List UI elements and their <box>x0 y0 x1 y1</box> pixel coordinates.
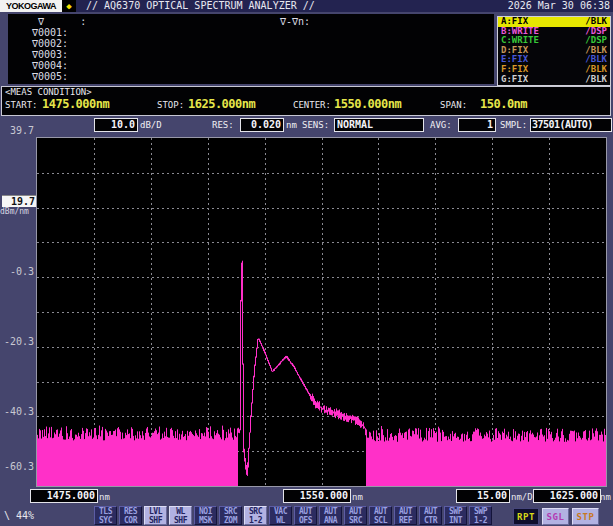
softkey-aut-ctr[interactable]: AUTCTR <box>419 506 442 525</box>
y-tick: -0.3 <box>0 267 34 277</box>
stop-label: STOP: <box>157 100 184 110</box>
res-unit: nm <box>286 120 297 130</box>
diamond-icon: ◆ <box>62 0 76 12</box>
progress-indicator: \ 44% <box>4 510 34 521</box>
start-value[interactable]: 1475.000nm <box>42 97 109 111</box>
smpl-label: SMPL: <box>500 120 527 130</box>
center-label: CENTER: <box>293 100 331 110</box>
span-value[interactable]: 150.0nm <box>480 97 527 111</box>
memory-slot: ∇0004: <box>32 60 68 71</box>
repeat-sweep-button[interactable]: RPT <box>513 508 539 525</box>
softkey-bar: TLSSYCRESCORLVLSHFWLSHFNOIMSKSRCZOMSRC1-… <box>94 506 514 526</box>
x-start-field[interactable]: 1475.000 <box>30 489 98 503</box>
x-center-unit: nm <box>352 492 363 502</box>
softkey-vac-wl[interactable]: VACWL <box>269 506 292 525</box>
softkey-aut-scl[interactable]: AUTSCL <box>369 506 392 525</box>
softkey-swp-1-2[interactable]: SWP1-2 <box>469 506 492 525</box>
level-scale-field[interactable]: 10.0 <box>94 118 138 132</box>
span-label: SPAN: <box>440 100 467 110</box>
meas-condition-band: <MEAS CONDITION> START: 1475.000nm STOP:… <box>1 86 611 116</box>
x-scale-unit: nm/D <box>511 492 533 502</box>
trace-display-status: /BLK <box>585 75 607 85</box>
ref-level-field[interactable]: 19.7 <box>2 195 36 207</box>
sens-label: SENS: <box>302 120 329 130</box>
x-scale-field[interactable]: 15.00 <box>456 489 510 503</box>
meas-condition-title: <MEAS CONDITION> <box>5 87 92 97</box>
x-center-field[interactable]: 1550.000 <box>283 489 351 503</box>
spectrum-plot[interactable] <box>36 137 607 487</box>
softkey-src-1-2[interactable]: SRC1-2 <box>244 506 267 525</box>
y-axis-unit: dBm/nm <box>0 207 29 216</box>
memory-slot: ∇0001: <box>32 27 68 38</box>
trace-status-row-g[interactable]: G:FIX/BLK <box>498 75 610 85</box>
softkey-src-zom[interactable]: SRCZOM <box>219 506 242 525</box>
datetime: 2026 Mar 30 06:38 <box>440 0 610 12</box>
memory-panel: ∇-∇n: ∇ :∇0001:∇0002:∇0003:∇0004:∇0005: <box>8 14 494 84</box>
softkey-aut-src[interactable]: AUTSRC <box>344 506 367 525</box>
y-tick-top: 39.7 <box>0 126 34 136</box>
softkey-wl-shf[interactable]: WLSHF <box>169 506 192 525</box>
res-field[interactable]: 0.020 <box>240 118 284 132</box>
sens-field[interactable]: NORMAL <box>334 118 424 132</box>
softkey-aut-ana[interactable]: AUTANA <box>319 506 342 525</box>
x-stop-field[interactable]: 1625.000 <box>533 489 601 503</box>
title-bar: YOKOGAWA ◆ // AQ6370 OPTICAL SPECTRUM AN… <box>0 0 613 12</box>
memory-slot: ∇ : <box>38 16 86 27</box>
stop-value[interactable]: 1625.000nm <box>188 97 255 111</box>
softkey-res-cor[interactable]: RESCOR <box>119 506 142 525</box>
math-header: ∇-∇n: <box>280 16 310 27</box>
softkey-noi-msk[interactable]: NOIMSK <box>194 506 217 525</box>
res-label: RES: <box>212 120 234 130</box>
start-label: START: <box>5 100 38 110</box>
softkey-swp-int[interactable]: SWPINT <box>444 506 467 525</box>
y-tick: -20.3 <box>0 337 34 347</box>
smpl-field[interactable]: 37501(AUTO) <box>530 118 612 132</box>
softkey-tls-syc[interactable]: TLSSYC <box>94 506 117 525</box>
memory-slot: ∇0003: <box>32 49 68 60</box>
memory-slot: ∇0002: <box>32 38 68 49</box>
single-sweep-button[interactable]: SGL <box>542 508 569 525</box>
osa-screen: YOKOGAWA ◆ // AQ6370 OPTICAL SPECTRUM AN… <box>0 0 613 526</box>
stop-sweep-button[interactable]: STP <box>572 508 599 525</box>
x-stop-unit: nm <box>600 492 611 502</box>
level-scale-unit: dB/D <box>140 120 162 130</box>
yokogawa-logo: YOKOGAWA <box>0 0 62 12</box>
softkey-aut-ofs[interactable]: AUTOFS <box>294 506 317 525</box>
avg-field[interactable]: 1 <box>458 118 496 132</box>
trace-status-panel[interactable]: A:FIX/BLKB:WRITE/DSPC:WRITE/DSPD:FIX/BLK… <box>497 16 611 86</box>
spectrum-trace-canvas <box>37 138 606 486</box>
avg-label: AVG: <box>430 120 452 130</box>
y-tick-bottom: -60.3 <box>0 462 34 472</box>
y-tick: -40.3 <box>0 407 34 417</box>
center-value[interactable]: 1550.000nm <box>334 97 401 111</box>
app-title: // AQ6370 OPTICAL SPECTRUM ANALYZER // <box>86 0 315 12</box>
trace-label: G:FIX <box>501 75 528 85</box>
softkey-aut-ref[interactable]: AUTREF <box>394 506 417 525</box>
softkey-lvl-shf[interactable]: LVLSHF <box>144 506 167 525</box>
memory-slot: ∇0005: <box>32 71 68 82</box>
x-start-unit: nm <box>99 492 110 502</box>
